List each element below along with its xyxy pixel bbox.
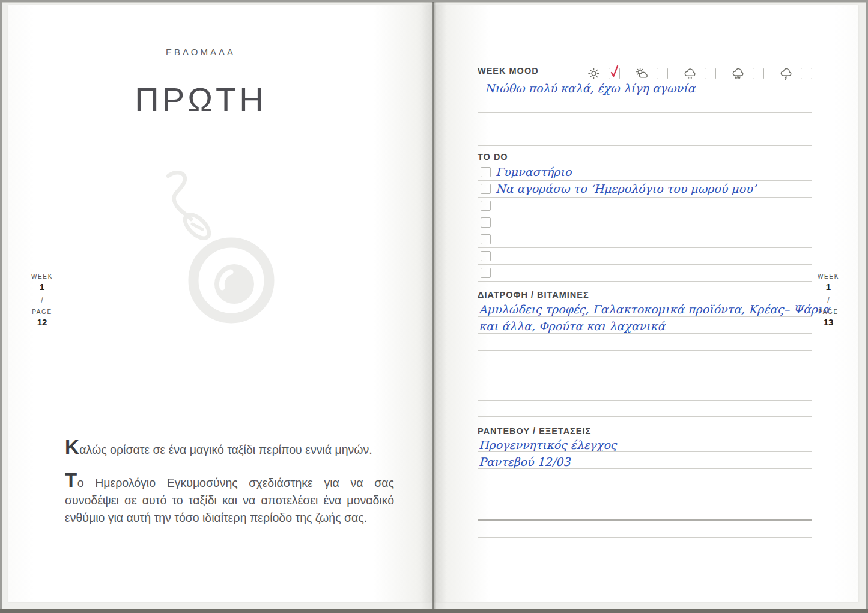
- rule-dark: [478, 519, 812, 521]
- rule: [478, 316, 812, 317]
- rule: [478, 281, 812, 282]
- rule: [478, 214, 812, 214]
- nutrition-entry-line2: και άλλα, Φρούτα και λαχανικά: [479, 319, 665, 333]
- page-number: 13: [813, 317, 844, 327]
- drop-cap-1: Κ: [65, 436, 79, 458]
- todo-item-handwriting: Να αγοράσω το ‘Ημερολόγιο του μωρού μου’: [496, 182, 756, 196]
- mood-checkbox-storm: [801, 68, 812, 79]
- todo-item-handwriting: Γυμναστήριο: [496, 165, 571, 180]
- page-left: ΕΒΔΟΜΑΔΑ ΠΡΩΤΗ WEEK 1 / PAGE 12 Καλώς ορ…: [8, 5, 432, 602]
- todo-label: TO DO: [478, 152, 508, 162]
- right-page-margin-indicator: WEEK 1 / PAGE 13: [813, 273, 844, 327]
- page-label: PAGE: [26, 309, 58, 315]
- week-label: WEEK: [26, 273, 58, 280]
- cloud-lightning-icon: [779, 67, 793, 80]
- rule: [478, 247, 812, 248]
- mood-checkbox-sun: [609, 68, 620, 79]
- week-mood-label: WEEK MOOD: [478, 66, 539, 76]
- right-page-content: WEEK MOOD Νιώθω πολύ καλά, έχω λίγη αγων…: [478, 5, 812, 602]
- mood-checkbox-rain: [753, 68, 764, 79]
- rule: [478, 485, 812, 485]
- rule: [478, 59, 812, 59]
- todo-checkbox: [481, 234, 491, 244]
- rule: [478, 264, 812, 265]
- separator: /: [813, 295, 844, 305]
- sperm-and-egg-illustration: [153, 166, 333, 352]
- rule: [478, 112, 812, 113]
- todo-checkbox: [481, 268, 491, 278]
- intro-paragraph-1: Καλώς ορίσατε σε ένα μαγικό ταξίδι περίπ…: [65, 441, 394, 459]
- rule: [478, 130, 812, 130]
- todo-checkbox: [481, 167, 491, 177]
- appointments-entry-line1: Προγεννητικός έλεγχος: [479, 438, 617, 451]
- page-title: ΠΡΩΤΗ: [8, 80, 393, 119]
- page-label: PAGE: [813, 309, 844, 315]
- mood-icon-row: [587, 67, 812, 80]
- rule: [478, 333, 812, 334]
- sun-behind-cloud-icon: [635, 67, 649, 80]
- week-kicker: ΕΒΔΟΜΑΔΑ: [8, 47, 393, 57]
- rule: [478, 554, 812, 554]
- rule: [478, 95, 812, 95]
- left-page-margin-indicator: WEEK 1 / PAGE 12: [26, 273, 58, 327]
- todo-checkbox: [481, 184, 491, 194]
- book-spine-line: [432, 2, 434, 609]
- week-number: 1: [813, 282, 844, 292]
- rule: [478, 367, 812, 367]
- todo-checkbox: [481, 201, 491, 211]
- appointments-entry-line2: Ραντεβού 12/03: [479, 455, 570, 468]
- cloud-rain-icon: [731, 67, 745, 80]
- rule: [478, 451, 812, 452]
- drop-cap-2: Τ: [65, 469, 77, 491]
- nutrition-label: ΔΙΑΤΡΟΦΗ / ΒΙΤΑΜΙΝΕΣ: [478, 290, 589, 300]
- rule: [478, 400, 812, 401]
- rule: [478, 503, 812, 503]
- mood-checkbox-drizzle: [705, 68, 716, 79]
- intro-paragraph-2: Το Ημερολόγιο Εγκυμοσύνης σχεδιάστηκε γι…: [65, 474, 394, 527]
- week-number: 1: [26, 282, 58, 292]
- rule: [478, 384, 812, 384]
- week-label: WEEK: [813, 273, 844, 280]
- page-right: WEEK MOOD Νιώθω πολύ καλά, έχω λίγη αγων…: [434, 5, 858, 602]
- intro-text: Καλώς ορίσατε σε ένα μαγικό ταξίδι περίπ…: [65, 441, 394, 527]
- nutrition-entry-line1: Αμυλώδεις τροφές, Γαλακτοκομικά προϊόντα…: [479, 303, 830, 316]
- rule: [478, 416, 812, 417]
- book-bottom-edge: [0, 609, 868, 613]
- book-spread: ΕΒΔΟΜΑΔΑ ΠΡΩΤΗ WEEK 1 / PAGE 12 Καλώς ορ…: [0, 0, 868, 613]
- separator: /: [26, 295, 58, 305]
- rule: [478, 231, 812, 231]
- rule: [478, 180, 812, 181]
- todo-checkbox: [481, 217, 491, 228]
- mood-checkbox-partly-cloudy: [657, 68, 668, 79]
- sun-icon: [587, 67, 601, 80]
- cloud-drizzle-icon: [683, 67, 697, 80]
- rule: [478, 350, 812, 351]
- appointments-label: ΡΑΝΤΕΒΟΥ / ΕΞΕΤΑΣΕΙΣ: [478, 426, 591, 436]
- mood-entry-handwriting: Νιώθω πολύ καλά, έχω λίγη αγωνία: [485, 82, 695, 95]
- rule: [478, 197, 812, 198]
- rule: [478, 468, 812, 469]
- page-number: 12: [26, 317, 58, 327]
- todo-checkbox: [481, 251, 491, 261]
- rule: [478, 145, 812, 146]
- rule: [478, 537, 812, 538]
- red-check-mark: [609, 64, 620, 79]
